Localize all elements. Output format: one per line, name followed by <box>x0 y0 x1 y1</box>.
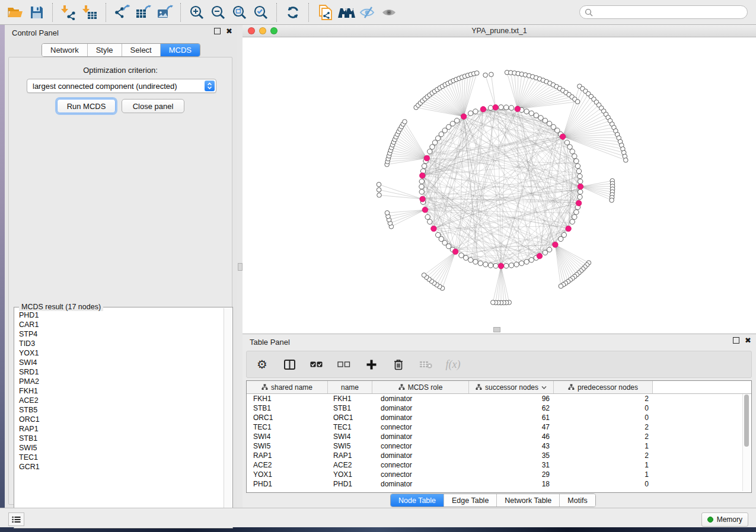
table-cell[interactable]: 0 <box>554 414 653 422</box>
zoom-fit-icon[interactable] <box>229 3 250 22</box>
float-window-icon[interactable] <box>214 28 221 34</box>
table-cell[interactable]: 31 <box>469 461 554 469</box>
mcds-result-item[interactable]: SWI4 <box>19 358 224 367</box>
table-cell[interactable]: 46 <box>469 432 554 441</box>
table-cell[interactable]: 2 <box>554 423 653 431</box>
birds-eye-view-icon[interactable] <box>336 3 357 22</box>
table-cell[interactable]: STB1 <box>328 404 372 412</box>
table-cell[interactable]: 96 <box>469 395 554 403</box>
mcds-result-item[interactable]: ACE2 <box>19 396 224 405</box>
tab-style[interactable]: Style <box>88 44 122 56</box>
show-all-icon[interactable] <box>378 3 400 22</box>
mcds-result-item[interactable]: CAR1 <box>19 320 224 329</box>
run-mcds-button[interactable]: Run MCDS <box>57 99 116 113</box>
table-cell[interactable]: connector <box>372 423 469 431</box>
table-cell[interactable]: 1 <box>554 470 653 479</box>
table-cell[interactable]: connector <box>372 442 469 450</box>
table-cell[interactable]: dominator <box>372 480 469 488</box>
table-cell[interactable]: YOX1 <box>247 470 328 479</box>
import-table-icon[interactable] <box>79 3 101 22</box>
mcds-result-item[interactable]: PHD1 <box>19 310 224 320</box>
hide-selected-icon[interactable] <box>357 3 378 22</box>
deselect-all-icon[interactable] <box>337 357 351 371</box>
table-cell[interactable]: 0 <box>554 480 653 488</box>
table-cell[interactable]: ACE2 <box>247 461 328 469</box>
column-header-successor-nodes[interactable]: successor nodes <box>469 381 554 393</box>
table-cell[interactable]: 61 <box>469 414 554 422</box>
tab-motifs[interactable]: Motifs <box>560 494 595 507</box>
export-image-icon[interactable] <box>154 3 176 22</box>
function-builder-icon[interactable]: f(x) <box>446 357 460 371</box>
table-row[interactable]: ORC1ORC1dominator610 <box>247 413 751 422</box>
table-cell[interactable]: ACE2 <box>328 461 372 469</box>
tab-mcds[interactable]: MCDS <box>161 44 200 56</box>
table-cell[interactable]: PHD1 <box>247 480 328 488</box>
table-cell[interactable]: PHD1 <box>328 480 372 488</box>
table-options-icon[interactable]: ⚙ <box>255 357 269 371</box>
mcds-result-item[interactable]: TID3 <box>19 339 224 348</box>
table-cell[interactable]: SWI5 <box>328 442 372 450</box>
tab-network[interactable]: Network <box>42 44 88 56</box>
table-cell[interactable]: 62 <box>469 404 554 412</box>
table-row[interactable]: SWI4SWI4dominator462 <box>247 432 751 441</box>
table-cell[interactable]: FKH1 <box>247 395 328 403</box>
mcds-result-item[interactable]: SRD1 <box>19 367 224 377</box>
table-cell[interactable]: 2 <box>554 451 653 460</box>
mcds-result-item[interactable]: STB5 <box>19 405 224 415</box>
mcds-result-item[interactable]: SWI5 <box>19 443 224 453</box>
close-panel-icon[interactable]: ✖ <box>745 337 751 344</box>
table-cell[interactable]: RAP1 <box>328 451 372 460</box>
mcds-result-item[interactable]: FKH1 <box>19 386 224 396</box>
refresh-icon[interactable] <box>282 3 304 22</box>
tab-edge-table[interactable]: Edge Table <box>444 494 497 507</box>
table-scrollbar[interactable] <box>742 394 750 491</box>
table-row[interactable]: RAP1RAP1dominator352 <box>247 451 751 460</box>
zoom-selected-icon[interactable] <box>250 3 272 22</box>
mcds-result-list[interactable]: PHD1CAR1STP4TID3YOX1SWI4SRD1PMA2FKH1ACE2… <box>15 309 224 527</box>
table-cell[interactable]: 43 <box>469 442 554 450</box>
search-input[interactable] <box>596 8 742 17</box>
table-row[interactable]: FKH1FKH1dominator962 <box>247 394 751 403</box>
open-file-icon[interactable] <box>5 3 26 22</box>
mcds-result-item[interactable]: RAP1 <box>19 424 224 434</box>
horizontal-splitter-handle[interactable] <box>493 327 500 332</box>
export-network-icon[interactable] <box>111 3 133 22</box>
task-history-button[interactable] <box>8 512 24 526</box>
table-row[interactable]: PHD1PHD1dominator180 <box>247 479 751 489</box>
tab-select[interactable]: Select <box>122 44 161 56</box>
zoom-in-icon[interactable] <box>186 3 208 22</box>
copy-network-style-icon[interactable] <box>314 3 336 22</box>
mcds-result-item[interactable]: ORC1 <box>19 415 224 424</box>
table-row[interactable]: STB1STB1dominator620 <box>247 403 751 413</box>
tab-network-table[interactable]: Network Table <box>497 494 560 507</box>
network-window-titlebar[interactable]: YPA_prune.txt_1 <box>243 25 756 37</box>
table-cell[interactable]: SWI4 <box>328 432 372 441</box>
table-cell[interactable]: TEC1 <box>247 423 328 431</box>
delete-table-icon[interactable] <box>419 357 433 371</box>
close-panel-icon[interactable]: ✖ <box>226 28 232 34</box>
table-cell[interactable]: SWI5 <box>247 442 328 450</box>
table-row[interactable]: ACE2ACE2connector311 <box>247 460 751 470</box>
select-all-icon[interactable] <box>310 357 324 371</box>
mcds-result-item[interactable]: PMA2 <box>19 377 224 386</box>
table-cell[interactable]: SWI4 <box>247 432 328 441</box>
column-header-name[interactable]: name <box>328 381 372 393</box>
save-session-icon[interactable] <box>26 3 47 22</box>
table-cell[interactable]: 2 <box>554 395 653 403</box>
mcds-result-item[interactable]: STP4 <box>19 329 224 339</box>
table-cell[interactable]: STB1 <box>247 404 328 412</box>
import-network-icon[interactable] <box>58 3 79 22</box>
splitter-handle[interactable] <box>238 263 243 271</box>
table-cell[interactable]: ORC1 <box>328 414 372 422</box>
table-cell[interactable]: dominator <box>372 451 469 460</box>
table-cell[interactable]: 1 <box>554 442 653 450</box>
column-header-predecessor-nodes[interactable]: predecessor nodes <box>554 381 653 393</box>
network-canvas[interactable] <box>243 37 756 334</box>
table-cell[interactable]: RAP1 <box>247 451 328 460</box>
mcds-result-item[interactable]: TEC1 <box>19 453 224 462</box>
table-cell[interactable]: FKH1 <box>328 395 372 403</box>
table-cell[interactable]: 29 <box>469 470 554 479</box>
table-cell[interactable]: 2 <box>554 432 653 441</box>
table-cell[interactable]: 1 <box>554 461 653 469</box>
table-cell[interactable]: YOX1 <box>328 470 372 479</box>
